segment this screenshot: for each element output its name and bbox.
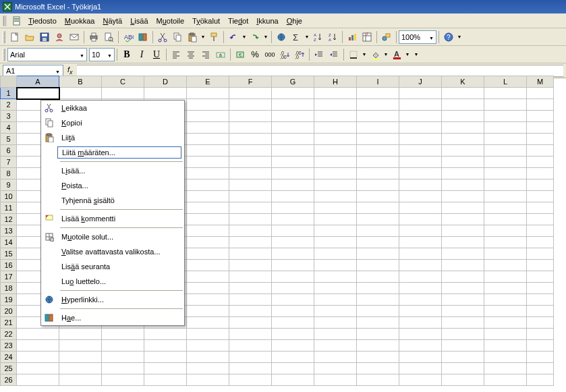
- cell-L26[interactable]: [484, 374, 527, 386]
- cell-M8[interactable]: [527, 168, 554, 179]
- cell-C1[interactable]: [102, 88, 144, 99]
- cell-K5[interactable]: [442, 134, 484, 145]
- cell-M24[interactable]: [527, 352, 554, 363]
- cell-J18[interactable]: [399, 283, 442, 294]
- ctx-copy[interactable]: Kopioi: [41, 115, 184, 130]
- cell-H9[interactable]: [314, 179, 357, 191]
- toolbar1-grip[interactable]: [3, 31, 5, 43]
- cell-H6[interactable]: [314, 145, 357, 157]
- cell-M1[interactable]: [527, 88, 554, 99]
- cell-G21[interactable]: [272, 317, 314, 329]
- cell-G22[interactable]: [272, 329, 314, 340]
- cell-G2[interactable]: [272, 99, 314, 111]
- cell-F9[interactable]: [229, 179, 272, 191]
- decrease-indent-button[interactable]: [312, 47, 327, 62]
- toolbar-options[interactable]: [456, 34, 463, 39]
- cell-F11[interactable]: [229, 202, 272, 214]
- cell-I1[interactable]: [357, 88, 399, 99]
- cell-E13[interactable]: [187, 225, 229, 237]
- increase-decimal-button[interactable]: ,0,00: [277, 47, 292, 62]
- cell-K20[interactable]: [442, 306, 484, 317]
- cell-G7[interactable]: [272, 157, 314, 168]
- row-header-10[interactable]: 10: [1, 191, 17, 202]
- col-header-F[interactable]: F: [229, 76, 272, 88]
- cell-L7[interactable]: [484, 157, 527, 168]
- cell-J12[interactable]: [399, 214, 442, 225]
- cell-G11[interactable]: [272, 202, 314, 214]
- cell-F19[interactable]: [229, 294, 272, 306]
- cell-M12[interactable]: [527, 214, 554, 225]
- align-left-button[interactable]: [169, 47, 183, 62]
- cell-K21[interactable]: [442, 317, 484, 329]
- cell-K4[interactable]: [442, 122, 484, 134]
- cell-M15[interactable]: [527, 248, 554, 260]
- cell-G15[interactable]: [272, 248, 314, 260]
- col-header-L[interactable]: L: [484, 76, 527, 88]
- cell-I8[interactable]: [357, 168, 399, 179]
- cell-I10[interactable]: [357, 191, 399, 202]
- cell-M22[interactable]: [527, 329, 554, 340]
- cell-M18[interactable]: [527, 283, 554, 294]
- row-header-8[interactable]: 8: [1, 168, 17, 179]
- cell-F17[interactable]: [229, 271, 272, 283]
- print-preview-button[interactable]: [101, 30, 116, 45]
- cell-L20[interactable]: [484, 306, 527, 317]
- cell-E20[interactable]: [187, 306, 229, 317]
- cell-L4[interactable]: [484, 122, 527, 134]
- menu-muotoile[interactable]: Muotoile: [152, 16, 189, 26]
- ctx-hyperlink[interactable]: Hyperlinkki...: [41, 292, 184, 307]
- cell-L18[interactable]: [484, 283, 527, 294]
- row-header-12[interactable]: 12: [1, 214, 17, 225]
- cell-F10[interactable]: [229, 191, 272, 202]
- row-header-3[interactable]: 3: [1, 111, 17, 122]
- col-header-J[interactable]: J: [399, 76, 442, 88]
- cell-E8[interactable]: [187, 168, 229, 179]
- cell-I4[interactable]: [357, 122, 399, 134]
- cell-I5[interactable]: [357, 134, 399, 145]
- cell-H1[interactable]: [314, 88, 357, 99]
- cell-E22[interactable]: [187, 329, 229, 340]
- row-header-9[interactable]: 9: [1, 179, 17, 191]
- cell-I17[interactable]: [357, 271, 399, 283]
- col-header-H[interactable]: H: [314, 76, 357, 88]
- cell-G18[interactable]: [272, 283, 314, 294]
- cell-K24[interactable]: [442, 352, 484, 363]
- cell-E9[interactable]: [187, 179, 229, 191]
- cell-E21[interactable]: [187, 317, 229, 329]
- col-header-D[interactable]: D: [144, 76, 187, 88]
- cell-M9[interactable]: [527, 179, 554, 191]
- cell-L12[interactable]: [484, 214, 527, 225]
- cell-F21[interactable]: [229, 317, 272, 329]
- cell-F1[interactable]: [229, 88, 272, 99]
- toolbar2-grip[interactable]: [3, 49, 5, 61]
- drawing-button[interactable]: [379, 30, 394, 45]
- paste-dropdown[interactable]: [200, 34, 206, 39]
- cell-G26[interactable]: [272, 374, 314, 386]
- new-button[interactable]: [7, 30, 22, 45]
- cell-L24[interactable]: [484, 352, 527, 363]
- row-header-23[interactable]: 23: [1, 340, 17, 352]
- cell-E26[interactable]: [187, 374, 229, 386]
- ctx-add-watch[interactable]: Lisää seuranta: [41, 259, 184, 274]
- cell-F22[interactable]: [229, 329, 272, 340]
- cell-C24[interactable]: [102, 352, 144, 363]
- cell-L9[interactable]: [484, 179, 527, 191]
- cell-M14[interactable]: [527, 237, 554, 248]
- cell-K6[interactable]: [442, 145, 484, 157]
- cell-M7[interactable]: [527, 157, 554, 168]
- comma-button[interactable]: 000: [262, 47, 277, 62]
- col-header-I[interactable]: I: [357, 76, 399, 88]
- row-header-6[interactable]: 6: [1, 145, 17, 157]
- cell-F18[interactable]: [229, 283, 272, 294]
- menu-tyokalut[interactable]: Työkalut: [188, 16, 224, 26]
- cell-G23[interactable]: [272, 340, 314, 352]
- cell-L14[interactable]: [484, 237, 527, 248]
- cell-L1[interactable]: [484, 88, 527, 99]
- cell-E18[interactable]: [187, 283, 229, 294]
- cell-J4[interactable]: [399, 122, 442, 134]
- research-button[interactable]: [136, 30, 150, 45]
- cell-F23[interactable]: [229, 340, 272, 352]
- cell-F12[interactable]: [229, 214, 272, 225]
- cell-L6[interactable]: [484, 145, 527, 157]
- select-all-corner[interactable]: [1, 76, 17, 88]
